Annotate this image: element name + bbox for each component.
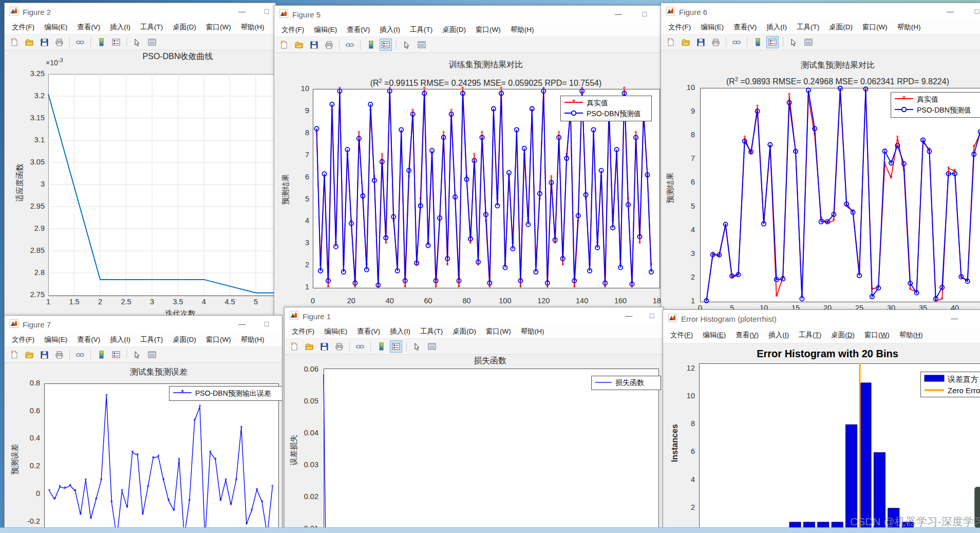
property-inspector-icon[interactable] — [802, 36, 815, 48]
save-icon[interactable] — [318, 340, 330, 353]
save-icon[interactable] — [38, 348, 50, 361]
cursor-arrow-icon[interactable] — [131, 36, 143, 48]
menu-item-文件F[interactable]: 文件(F) — [668, 23, 691, 32]
menu-item-帮助H[interactable]: 帮助(H) — [241, 335, 265, 344]
titlebar-figure-2[interactable]: Figure 2 — □ — [5, 3, 275, 21]
open-folder-icon[interactable] — [293, 39, 305, 51]
titlebar-figure-6[interactable]: Figure 6 — □ — [661, 3, 980, 21]
cursor-arrow-icon[interactable] — [787, 36, 800, 48]
menu-item-帮助H[interactable]: 帮助(H) — [899, 330, 923, 340]
maximize-button[interactable]: □ — [644, 309, 659, 322]
insert-legend-icon[interactable] — [766, 36, 779, 48]
new-document-icon[interactable] — [8, 348, 21, 361]
link-plots-icon[interactable] — [74, 348, 86, 361]
link-plots-icon[interactable] — [354, 340, 366, 353]
titlebar-figure-5[interactable]: Figure 5 — □ — [274, 6, 663, 23]
menu-item-工具T[interactable]: 工具(T) — [797, 23, 819, 32]
menu-item-文件F[interactable]: 文件(F) — [670, 330, 693, 340]
minimize-button[interactable]: — — [234, 318, 250, 330]
open-folder-icon[interactable] — [23, 348, 35, 361]
save-icon[interactable] — [38, 36, 50, 48]
menu-item-编辑E[interactable]: 编辑(E) — [314, 25, 337, 34]
colorbar-icon[interactable] — [365, 39, 377, 51]
colorbar-icon[interactable] — [95, 348, 107, 361]
print-icon[interactable] — [709, 36, 722, 48]
menu-item-桌面D[interactable]: 桌面(D) — [831, 330, 855, 340]
menu-item-工具T[interactable]: 工具(T) — [140, 23, 163, 32]
menu-item-帮助H[interactable]: 帮助(H) — [511, 25, 534, 34]
menu-item-工具T[interactable]: 工具(T) — [420, 327, 443, 336]
legend-box[interactable]: *真实值 PSO-DBN预测值 — [891, 92, 980, 118]
property-inspector-icon[interactable] — [416, 39, 428, 51]
legend-box[interactable]: 损失函数 — [591, 376, 661, 390]
taskbar[interactable] — [0, 527, 980, 533]
menu-item-插入I[interactable]: 插入(I) — [768, 330, 789, 340]
property-inspector-icon[interactable] — [146, 36, 158, 48]
menu-item-查看V[interactable]: 查看(V) — [347, 25, 370, 34]
menu-item-桌面D[interactable]: 桌面(D) — [173, 23, 196, 32]
menu-item-编辑E[interactable]: 编辑(E) — [703, 330, 726, 340]
menu-item-插入I[interactable]: 插入(I) — [110, 335, 130, 344]
print-icon[interactable] — [323, 39, 335, 51]
plot-area[interactable] — [48, 74, 276, 296]
legend-box[interactable]: *PSO-DBN预测输出误差 — [169, 386, 282, 401]
titlebar-figure-1[interactable]: Figure 1 — □ — [285, 307, 663, 325]
new-document-icon[interactable] — [278, 39, 290, 51]
minimize-button[interactable]: — — [611, 8, 626, 20]
minimize-button[interactable]: — — [943, 5, 958, 17]
save-icon[interactable] — [694, 36, 707, 48]
menu-item-工具T[interactable]: 工具(T) — [799, 330, 821, 340]
open-folder-icon[interactable] — [680, 36, 692, 48]
new-document-icon[interactable] — [8, 36, 21, 48]
menu-item-编辑E[interactable]: 编辑(E) — [701, 23, 724, 32]
plot-area[interactable] — [700, 88, 980, 302]
insert-legend-icon[interactable] — [390, 340, 402, 353]
menu-item-插入I[interactable]: 插入(I) — [110, 23, 130, 32]
open-folder-icon[interactable] — [23, 36, 35, 48]
legend-box[interactable]: *真实值 PSO-DBN预测值 — [560, 96, 652, 121]
new-document-icon[interactable] — [665, 36, 677, 48]
colorbar-icon[interactable] — [751, 36, 764, 48]
menu-item-窗口W[interactable]: 窗口(W) — [476, 25, 501, 34]
print-icon[interactable] — [333, 340, 345, 353]
menu-item-桌面D[interactable]: 桌面(D) — [173, 335, 196, 344]
menu-item-帮助H[interactable]: 帮助(H) — [241, 23, 265, 32]
minimize-button[interactable]: — — [234, 5, 250, 17]
menu-item-文件F[interactable]: 文件(F) — [292, 327, 314, 336]
link-plots-icon[interactable] — [74, 36, 86, 48]
cursor-arrow-icon[interactable] — [131, 348, 143, 361]
maximize-button[interactable]: □ — [637, 8, 652, 20]
menu-item-编辑E[interactable]: 编辑(E) — [44, 23, 67, 32]
menu-item-查看V[interactable]: 查看(V) — [77, 23, 100, 32]
colorbar-icon[interactable] — [375, 340, 387, 353]
menu-item-查看V[interactable]: 查看(V) — [357, 327, 380, 336]
menu-item-窗口W[interactable]: 窗口(W) — [486, 327, 511, 336]
link-plots-icon[interactable] — [730, 36, 743, 48]
menu-item-查看V[interactable]: 查看(V) — [77, 335, 100, 344]
minimize-button[interactable]: — — [947, 312, 962, 324]
menu-item-插入I[interactable]: 插入(I) — [766, 23, 787, 32]
plot-area[interactable] — [44, 383, 279, 530]
menu-item-插入I[interactable]: 插入(I) — [390, 327, 410, 336]
menu-item-插入I[interactable]: 插入(I) — [380, 25, 400, 34]
menu-item-编辑E[interactable]: 编辑(E) — [324, 327, 347, 336]
property-inspector-icon[interactable] — [146, 348, 158, 361]
legend-box[interactable]: 误差直方 Zero Erro — [920, 372, 980, 397]
menu-item-文件F[interactable]: 文件(F) — [12, 23, 34, 32]
menu-item-帮助H[interactable]: 帮助(H) — [521, 327, 544, 336]
menu-item-工具T[interactable]: 工具(T) — [140, 335, 163, 344]
maximize-button[interactable]: □ — [969, 5, 980, 17]
maximize-button[interactable]: □ — [259, 318, 274, 330]
colorbar-icon[interactable] — [95, 36, 107, 48]
link-plots-icon[interactable] — [344, 39, 356, 51]
menu-item-编辑E[interactable]: 编辑(E) — [44, 335, 67, 344]
menu-item-窗口W[interactable]: 窗口(W) — [864, 330, 890, 340]
menu-item-文件F[interactable]: 文件(F) — [281, 25, 304, 34]
maximize-button[interactable]: □ — [259, 5, 274, 17]
open-folder-icon[interactable] — [303, 340, 315, 353]
menu-item-桌面D[interactable]: 桌面(D) — [829, 23, 853, 32]
menu-item-桌面D[interactable]: 桌面(D) — [442, 25, 466, 34]
menu-item-窗口W[interactable]: 窗口(W) — [206, 335, 231, 344]
menu-item-工具T[interactable]: 工具(T) — [410, 25, 432, 34]
menu-item-桌面D[interactable]: 桌面(D) — [453, 327, 476, 336]
